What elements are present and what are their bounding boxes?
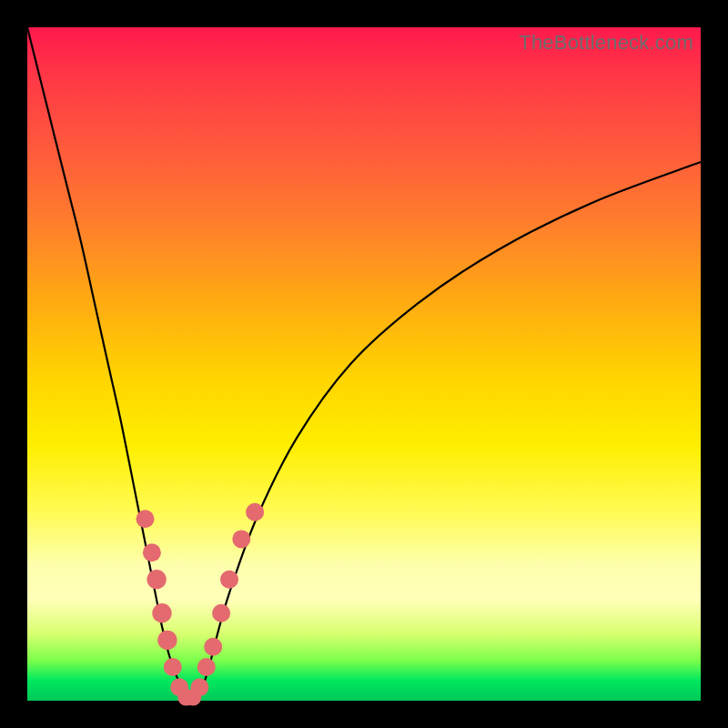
curve-marker xyxy=(204,638,222,656)
bottleneck-curve xyxy=(27,27,701,703)
curve-marker xyxy=(136,510,155,528)
curve-svg xyxy=(27,27,701,701)
curve-marker xyxy=(197,658,216,676)
curve-marker xyxy=(157,631,177,650)
marker-group xyxy=(136,503,265,706)
curve-marker xyxy=(190,678,208,696)
plot-area: TheBottleneck.com xyxy=(27,27,701,701)
curve-marker xyxy=(164,658,182,676)
chart-frame: TheBottleneck.com xyxy=(0,0,728,728)
curve-marker xyxy=(246,503,264,521)
curve-marker xyxy=(152,603,171,622)
curve-marker xyxy=(143,543,161,561)
curve-marker xyxy=(220,571,238,589)
curve-marker xyxy=(147,570,166,589)
curve-marker xyxy=(212,604,230,622)
curve-marker xyxy=(232,530,250,548)
